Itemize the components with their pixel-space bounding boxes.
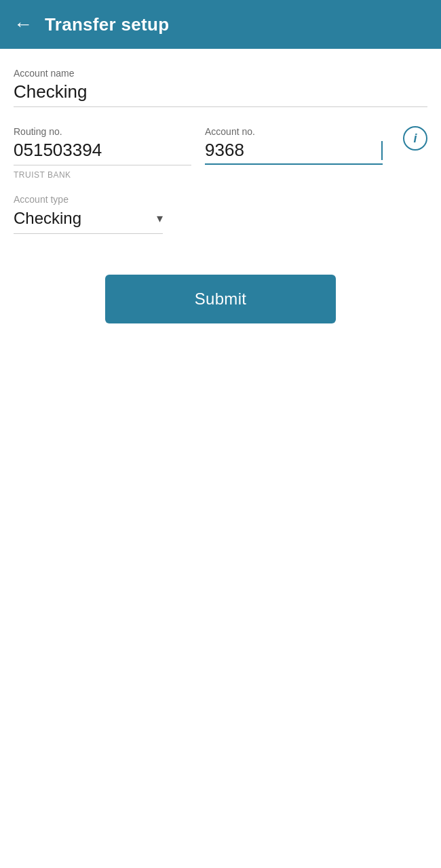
page-title: Transfer setup bbox=[45, 14, 169, 35]
info-icon: i bbox=[413, 132, 417, 146]
app-header: ← Transfer setup bbox=[0, 0, 441, 49]
back-button[interactable]: ← bbox=[14, 14, 33, 35]
account-type-label: Account type bbox=[14, 194, 427, 205]
account-no-value: 9368 bbox=[205, 140, 381, 161]
submit-section: Submit bbox=[14, 275, 427, 323]
back-arrow-icon: ← bbox=[14, 14, 33, 35]
account-name-value: Checking bbox=[14, 81, 427, 107]
chevron-down-icon: ▾ bbox=[157, 211, 163, 226]
account-type-group: Account type Checking ▾ bbox=[14, 194, 427, 234]
account-name-group: Account name Checking bbox=[14, 68, 427, 107]
account-no-field-group[interactable]: Account no. 9368 bbox=[205, 126, 383, 165]
account-type-value: Checking bbox=[14, 209, 157, 228]
account-no-input-wrapper[interactable]: 9368 bbox=[205, 140, 383, 165]
routing-field-group: Routing no. 051503394 bbox=[14, 126, 191, 165]
routing-value: 051503394 bbox=[14, 140, 191, 165]
text-cursor bbox=[381, 141, 383, 160]
routing-label: Routing no. bbox=[14, 126, 191, 137]
transfer-form: Account name Checking Routing no. 051503… bbox=[0, 49, 441, 323]
account-type-dropdown[interactable]: Checking ▾ bbox=[14, 209, 163, 234]
routing-account-row: Routing no. 051503394 Account no. 9368 i bbox=[14, 126, 427, 165]
bank-name: TRUIST BANK bbox=[14, 168, 427, 180]
info-icon-button[interactable]: i bbox=[403, 126, 427, 151]
bank-name-text: TRUIST BANK bbox=[14, 170, 71, 180]
submit-button[interactable]: Submit bbox=[105, 275, 336, 323]
account-name-label: Account name bbox=[14, 68, 427, 79]
account-no-label: Account no. bbox=[205, 126, 383, 137]
